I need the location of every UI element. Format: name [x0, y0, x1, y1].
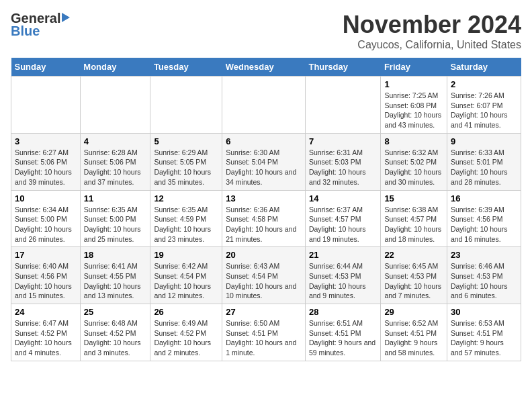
calendar-cell: 30Sunrise: 6:53 AM Sunset: 4:51 PM Dayli… [447, 304, 521, 361]
calendar-cell: 4Sunrise: 6:28 AM Sunset: 5:06 PM Daylig… [80, 133, 150, 190]
calendar-cell [222, 77, 306, 134]
calendar-cell: 14Sunrise: 6:37 AM Sunset: 4:57 PM Dayli… [305, 190, 380, 247]
calendar-cell: 16Sunrise: 6:39 AM Sunset: 4:56 PM Dayli… [447, 190, 521, 247]
day-number: 5 [154, 136, 218, 146]
day-info: Sunrise: 6:32 AM Sunset: 5:02 PM Dayligh… [384, 148, 443, 187]
day-number: 22 [384, 250, 443, 260]
calendar-cell: 17Sunrise: 6:40 AM Sunset: 4:56 PM Dayli… [11, 247, 81, 304]
day-info: Sunrise: 6:28 AM Sunset: 5:06 PM Dayligh… [84, 148, 147, 187]
day-number: 13 [226, 193, 302, 203]
logo-blue-text: Blue [11, 24, 70, 39]
calendar-cell: 13Sunrise: 6:36 AM Sunset: 4:58 PM Dayli… [222, 190, 306, 247]
header-day-friday: Friday [381, 58, 447, 77]
day-number: 17 [15, 250, 77, 260]
calendar-header-row: SundayMondayTuesdayWednesdayThursdayFrid… [11, 58, 521, 77]
calendar-cell: 1Sunrise: 7:25 AM Sunset: 6:08 PM Daylig… [381, 77, 447, 134]
calendar-cell: 22Sunrise: 6:45 AM Sunset: 4:53 PM Dayli… [381, 247, 447, 304]
calendar-cell: 15Sunrise: 6:38 AM Sunset: 4:57 PM Dayli… [381, 190, 447, 247]
day-number: 2 [451, 79, 517, 89]
day-info: Sunrise: 6:44 AM Sunset: 4:53 PM Dayligh… [309, 261, 377, 301]
calendar-cell: 20Sunrise: 6:43 AM Sunset: 4:54 PM Dayli… [222, 247, 306, 304]
calendar-week-row: 17Sunrise: 6:40 AM Sunset: 4:56 PM Dayli… [11, 247, 521, 304]
calendar-cell: 7Sunrise: 6:31 AM Sunset: 5:03 PM Daylig… [305, 133, 380, 190]
calendar-cell: 11Sunrise: 6:35 AM Sunset: 5:00 PM Dayli… [80, 190, 150, 247]
day-info: Sunrise: 6:48 AM Sunset: 4:52 PM Dayligh… [84, 318, 147, 358]
header-day-tuesday: Tuesday [150, 58, 222, 77]
day-number: 11 [84, 193, 147, 203]
day-info: Sunrise: 6:35 AM Sunset: 4:59 PM Dayligh… [154, 205, 218, 244]
calendar-cell: 8Sunrise: 6:32 AM Sunset: 5:02 PM Daylig… [381, 133, 447, 190]
day-number: 20 [226, 250, 302, 260]
calendar-cell [80, 77, 150, 134]
day-number: 8 [384, 136, 443, 146]
day-number: 9 [451, 136, 517, 146]
day-number: 27 [226, 307, 302, 317]
day-number: 4 [84, 136, 147, 146]
day-info: Sunrise: 6:39 AM Sunset: 4:56 PM Dayligh… [451, 205, 517, 244]
day-info: Sunrise: 6:37 AM Sunset: 4:57 PM Dayligh… [309, 205, 377, 244]
header-day-saturday: Saturday [447, 58, 521, 77]
day-info: Sunrise: 6:40 AM Sunset: 4:56 PM Dayligh… [15, 261, 77, 301]
calendar-cell: 29Sunrise: 6:52 AM Sunset: 4:51 PM Dayli… [381, 304, 447, 361]
day-number: 23 [451, 250, 517, 260]
calendar-cell: 18Sunrise: 6:41 AM Sunset: 4:55 PM Dayli… [80, 247, 150, 304]
day-info: Sunrise: 6:50 AM Sunset: 4:51 PM Dayligh… [226, 318, 302, 358]
calendar-week-row: 24Sunrise: 6:47 AM Sunset: 4:52 PM Dayli… [11, 304, 521, 361]
calendar-cell: 10Sunrise: 6:34 AM Sunset: 5:00 PM Dayli… [11, 190, 81, 247]
calendar-cell: 19Sunrise: 6:42 AM Sunset: 4:54 PM Dayli… [150, 247, 222, 304]
day-info: Sunrise: 6:35 AM Sunset: 5:00 PM Dayligh… [84, 205, 147, 244]
calendar-cell: 24Sunrise: 6:47 AM Sunset: 4:52 PM Dayli… [11, 304, 81, 361]
calendar-cell: 27Sunrise: 6:50 AM Sunset: 4:51 PM Dayli… [222, 304, 306, 361]
day-info: Sunrise: 6:45 AM Sunset: 4:53 PM Dayligh… [384, 261, 443, 301]
calendar-cell [305, 77, 380, 134]
calendar-cell: 26Sunrise: 6:49 AM Sunset: 4:52 PM Dayli… [150, 304, 222, 361]
day-info: Sunrise: 6:43 AM Sunset: 4:54 PM Dayligh… [226, 261, 302, 301]
day-number: 12 [154, 193, 218, 203]
day-number: 1 [384, 79, 443, 89]
page-title: November 2024 [343, 11, 521, 39]
calendar-cell: 23Sunrise: 6:46 AM Sunset: 4:53 PM Dayli… [447, 247, 521, 304]
calendar-week-row: 3Sunrise: 6:27 AM Sunset: 5:06 PM Daylig… [11, 133, 521, 190]
day-info: Sunrise: 6:29 AM Sunset: 5:05 PM Dayligh… [154, 148, 218, 187]
day-info: Sunrise: 6:51 AM Sunset: 4:51 PM Dayligh… [309, 318, 377, 358]
page-subtitle: Cayucos, California, United States [343, 39, 521, 51]
day-number: 21 [309, 250, 377, 260]
header-day-wednesday: Wednesday [222, 58, 306, 77]
header-day-monday: Monday [80, 58, 150, 77]
day-info: Sunrise: 6:46 AM Sunset: 4:53 PM Dayligh… [451, 261, 517, 301]
day-info: Sunrise: 7:26 AM Sunset: 6:07 PM Dayligh… [451, 91, 517, 130]
calendar-week-row: 1Sunrise: 7:25 AM Sunset: 6:08 PM Daylig… [11, 77, 521, 134]
day-info: Sunrise: 6:41 AM Sunset: 4:55 PM Dayligh… [84, 261, 147, 301]
day-info: Sunrise: 6:34 AM Sunset: 5:00 PM Dayligh… [15, 205, 77, 244]
calendar-cell: 28Sunrise: 6:51 AM Sunset: 4:51 PM Dayli… [305, 304, 380, 361]
day-number: 25 [84, 307, 147, 317]
day-number: 6 [226, 136, 302, 146]
day-info: Sunrise: 7:25 AM Sunset: 6:08 PM Dayligh… [384, 91, 443, 130]
day-number: 3 [15, 136, 77, 146]
logo-arrow-icon [62, 13, 70, 22]
calendar-cell: 25Sunrise: 6:48 AM Sunset: 4:52 PM Dayli… [80, 304, 150, 361]
day-number: 7 [309, 136, 377, 146]
logo: General Blue [11, 11, 70, 39]
calendar-cell [150, 77, 222, 134]
day-number: 26 [154, 307, 218, 317]
day-info: Sunrise: 6:30 AM Sunset: 5:04 PM Dayligh… [226, 148, 302, 187]
day-info: Sunrise: 6:52 AM Sunset: 4:51 PM Dayligh… [384, 318, 443, 358]
day-number: 16 [451, 193, 517, 203]
calendar-week-row: 10Sunrise: 6:34 AM Sunset: 5:00 PM Dayli… [11, 190, 521, 247]
day-info: Sunrise: 6:47 AM Sunset: 4:52 PM Dayligh… [15, 318, 77, 358]
calendar-cell: 12Sunrise: 6:35 AM Sunset: 4:59 PM Dayli… [150, 190, 222, 247]
title-block: November 2024 Cayucos, California, Unite… [343, 11, 521, 51]
day-info: Sunrise: 6:36 AM Sunset: 4:58 PM Dayligh… [226, 205, 302, 244]
calendar-table: SundayMondayTuesdayWednesdayThursdayFrid… [11, 58, 521, 361]
calendar-cell: 2Sunrise: 7:26 AM Sunset: 6:07 PM Daylig… [447, 77, 521, 134]
day-number: 29 [384, 307, 443, 317]
day-number: 30 [451, 307, 517, 317]
day-info: Sunrise: 6:53 AM Sunset: 4:51 PM Dayligh… [451, 318, 517, 358]
header: General Blue November 2024 Cayucos, Cali… [11, 11, 521, 51]
day-info: Sunrise: 6:27 AM Sunset: 5:06 PM Dayligh… [15, 148, 77, 187]
header-day-sunday: Sunday [11, 58, 81, 77]
day-info: Sunrise: 6:31 AM Sunset: 5:03 PM Dayligh… [309, 148, 377, 187]
day-number: 14 [309, 193, 377, 203]
calendar-cell: 5Sunrise: 6:29 AM Sunset: 5:05 PM Daylig… [150, 133, 222, 190]
